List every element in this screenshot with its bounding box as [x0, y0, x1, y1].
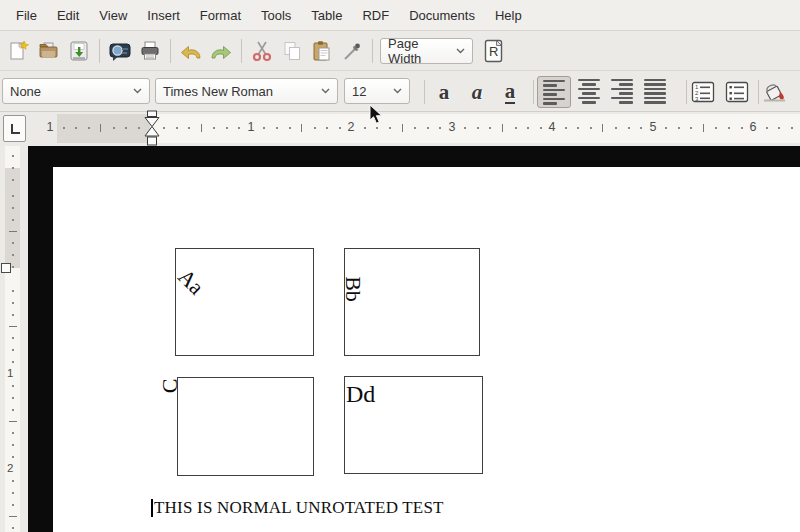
hruler-number: 5: [650, 120, 657, 134]
font-select-value: Times New Roman: [163, 84, 273, 99]
chevron-down-icon: [393, 88, 402, 94]
abiword-window: File Edit View Insert Format Tools Table…: [0, 0, 800, 532]
redo-icon: [209, 39, 233, 63]
rdf-editor-button[interactable]: R: [479, 36, 509, 66]
menu-tools[interactable]: Tools: [251, 4, 301, 27]
print-button[interactable]: [135, 36, 165, 66]
menu-insert[interactable]: Insert: [137, 4, 190, 27]
menu-bar: File Edit View Insert Format Tools Table…: [0, 0, 800, 31]
font-select[interactable]: Times New Roman: [155, 78, 338, 104]
underline-icon: a: [505, 81, 516, 104]
new-document-icon: [7, 39, 31, 63]
tab-stop-selector[interactable]: [3, 115, 26, 142]
cut-button[interactable]: [247, 36, 277, 66]
toolbar-separator: [372, 39, 373, 63]
text-frame-b[interactable]: [344, 248, 480, 356]
align-center-button[interactable]: [574, 76, 604, 106]
zoom-select[interactable]: Page Width: [380, 38, 473, 64]
hruler-number: 3: [449, 120, 456, 134]
chevron-down-icon: [456, 48, 465, 54]
undo-icon: [179, 39, 203, 63]
undo-button[interactable]: [176, 36, 206, 66]
italic-button[interactable]: a: [462, 77, 492, 107]
hruler-number: 2: [348, 120, 355, 134]
save-button[interactable]: [64, 36, 94, 66]
align-justify-button[interactable]: [640, 76, 670, 106]
chevron-down-icon: [133, 88, 142, 94]
frame-d-label: Dd: [346, 382, 375, 406]
menu-rdf[interactable]: RDF: [352, 4, 399, 27]
open-folder-icon: [37, 39, 61, 63]
formatting-toolbar: None Times New Roman 12 a a a: [0, 72, 800, 112]
indent-marker[interactable]: [143, 110, 161, 152]
paragraph-text[interactable]: THIS IS NORMAL UNROTATED TEST: [154, 498, 444, 518]
menu-file[interactable]: File: [6, 4, 47, 27]
hruler-number: 1: [248, 120, 255, 134]
ruler-margin-area: [57, 114, 150, 143]
mouse-cursor: [369, 104, 385, 126]
format-painter-button[interactable]: [337, 36, 367, 66]
toolbar-separator: [424, 80, 425, 104]
print-preview-button[interactable]: [105, 36, 135, 66]
toolbar-separator: [241, 39, 242, 63]
left-tab-icon: [9, 123, 21, 135]
bulleted-list-icon: [725, 81, 749, 103]
hruler-number: 6: [750, 120, 757, 134]
align-right-icon: [611, 79, 633, 104]
rdf-document-icon: R: [482, 38, 506, 64]
indent-marker-icon: [143, 110, 161, 152]
standard-toolbar: Page Width R: [0, 32, 800, 71]
hruler-number: 4: [549, 120, 556, 134]
italic-icon: a: [472, 82, 483, 103]
toolbar-separator: [170, 39, 171, 63]
style-select-value: None: [10, 84, 41, 99]
text-frame-a[interactable]: [175, 248, 314, 356]
frame-b-label: Bb: [342, 276, 364, 302]
underline-button[interactable]: a: [495, 77, 525, 107]
style-select[interactable]: None: [2, 78, 150, 104]
zoom-select-value: Page Width: [388, 36, 450, 66]
toolbar-separator: [99, 39, 100, 63]
svg-text:R: R: [489, 44, 498, 59]
menu-help[interactable]: Help: [485, 4, 532, 27]
menu-format[interactable]: Format: [190, 4, 251, 27]
numbered-list-button[interactable]: 1 2 3: [688, 77, 718, 107]
vertical-ruler: 12: [5, 146, 20, 532]
frame-c-label: C: [159, 379, 181, 394]
toolbar-separator: [533, 80, 534, 104]
redo-button[interactable]: [206, 36, 236, 66]
open-button[interactable]: [34, 36, 64, 66]
align-center-icon: [578, 79, 600, 104]
toolbar-separator: [758, 80, 759, 104]
menu-documents[interactable]: Documents: [399, 4, 485, 27]
paste-button[interactable]: [307, 36, 337, 66]
align-left-button[interactable]: [537, 76, 571, 108]
vruler-number: 1: [7, 367, 13, 379]
bold-icon: a: [439, 82, 450, 103]
copy-icon: [280, 39, 304, 63]
bold-button[interactable]: a: [429, 77, 459, 107]
print-preview-icon: [108, 39, 132, 63]
align-left-icon: [543, 80, 565, 105]
print-icon: [138, 39, 162, 63]
toolbar-separator: [686, 80, 687, 104]
format-painter-icon: [340, 39, 364, 63]
font-size-select[interactable]: 12: [344, 78, 410, 104]
text-caret: [151, 499, 153, 517]
bulleted-list-button[interactable]: [722, 77, 752, 107]
align-justify-icon: [644, 79, 666, 104]
fill-color-button[interactable]: [760, 76, 790, 106]
text-frame-c[interactable]: [177, 377, 314, 476]
menu-view[interactable]: View: [89, 4, 137, 27]
chevron-down-icon: [321, 88, 330, 94]
menu-edit[interactable]: Edit: [47, 4, 89, 27]
fill-bucket-icon: [762, 79, 788, 103]
font-size-select-value: 12: [352, 84, 366, 99]
align-right-button[interactable]: [607, 76, 637, 106]
top-margin-marker[interactable]: [1, 263, 11, 273]
new-document-button[interactable]: [4, 36, 34, 66]
menu-table[interactable]: Table: [301, 4, 352, 27]
copy-button[interactable]: [277, 36, 307, 66]
vruler-number: 2: [7, 462, 13, 474]
numbered-list-icon: 1 2 3: [691, 81, 715, 103]
